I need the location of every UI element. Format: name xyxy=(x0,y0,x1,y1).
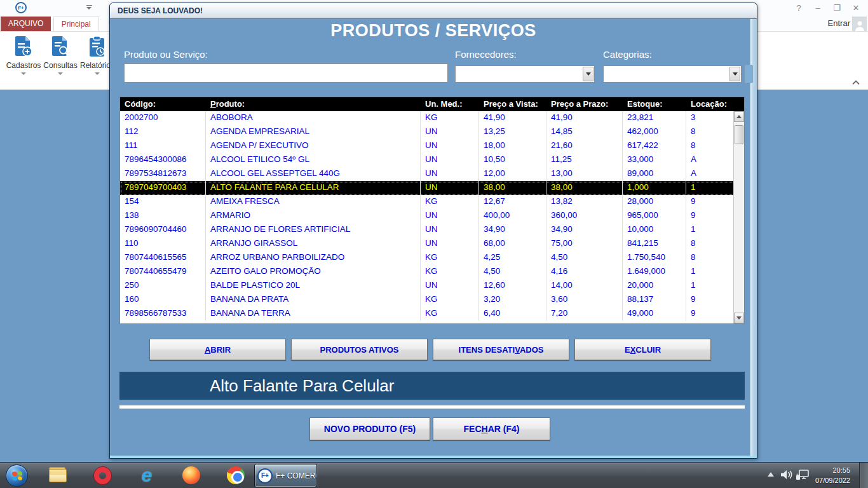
show-desktop-button[interactable] xyxy=(859,463,868,488)
internet-explorer-icon[interactable]: e xyxy=(137,466,156,485)
table-cell: 7898566787533 xyxy=(120,307,206,321)
table-cell: 41,90 xyxy=(546,111,623,125)
column-header[interactable]: Estoque: xyxy=(623,97,686,111)
table-cell: 4,50 xyxy=(479,265,546,279)
table-body: 2002700ABOBORAKG41,9041,9023,8213112AGEN… xyxy=(120,111,744,323)
categories-dropdown[interactable] xyxy=(603,65,742,83)
table-row[interactable]: 2002700ABOBORAKG41,9041,9023,8213 xyxy=(120,111,744,125)
excluir-button[interactable]: EXCLUIR xyxy=(574,339,711,360)
restore-button[interactable]: ❐ xyxy=(827,1,846,14)
column-header[interactable]: Produto: xyxy=(206,97,421,111)
table-row[interactable]: 110ARRANJO GIRASSOLUN68,0075,00841,2158 xyxy=(120,237,744,251)
abrir-button[interactable]: ABRIR xyxy=(149,339,286,360)
column-header[interactable]: Código: xyxy=(120,97,206,111)
produtos-ativos-button[interactable]: PRODUTOS ATIVOS xyxy=(291,339,428,360)
table-row[interactable]: 7807440615565ARROZ URBANO PARBOILIZADOKG… xyxy=(120,251,744,265)
table-cell: BANANA DA TERRA xyxy=(206,307,421,321)
opera-icon[interactable] xyxy=(93,466,112,485)
table-cell: 11,25 xyxy=(546,153,623,167)
decorative-strip xyxy=(745,65,753,83)
table-cell: 360,00 xyxy=(546,209,623,223)
table-row[interactable]: 138ARMARIOUN400,00360,00965,0009 xyxy=(120,209,744,223)
tab-principal[interactable]: Principal xyxy=(53,17,99,31)
table-cell: 34,90 xyxy=(479,223,546,237)
quick-access-toolbar-arrow-icon[interactable] xyxy=(85,4,93,11)
table-row[interactable]: 7896090704460ARRANJO DE FLORES ARTIFICIA… xyxy=(120,223,744,237)
itens-desativados-button[interactable]: ITENS DESATIVADOS xyxy=(433,339,569,360)
table-row[interactable]: 154AMEIXA FRESCAKG12,6713,8228,0009 xyxy=(120,195,744,209)
product-search-input[interactable] xyxy=(124,64,448,83)
scroll-up-icon[interactable] xyxy=(734,111,744,122)
products-window-titlebar[interactable]: DEUS SEJA LOUVADO! xyxy=(110,3,757,19)
table-cell: KG xyxy=(421,265,479,279)
help-button[interactable]: ? xyxy=(789,1,808,14)
show-hidden-icons-icon[interactable] xyxy=(768,472,774,477)
vertical-scrollbar[interactable] xyxy=(733,111,744,323)
column-header[interactable]: Preço a Prazo: xyxy=(546,97,623,111)
table-cell: 617,422 xyxy=(623,139,686,153)
chrome-icon[interactable] xyxy=(226,466,245,485)
scroll-down-icon[interactable] xyxy=(734,313,744,323)
table-cell: 400,00 xyxy=(479,209,546,223)
file-explorer-icon[interactable] xyxy=(48,466,67,485)
table-cell: AMEIXA FRESCA xyxy=(206,195,421,209)
bottom-button-row: NOVO PRODUTO (F5)FECHAR (F4) xyxy=(309,417,550,440)
scrollbar-thumb[interactable] xyxy=(735,125,743,144)
collapse-ribbon-icon[interactable] xyxy=(850,78,862,86)
table-cell: 4,16 xyxy=(546,265,623,279)
consultas-button[interactable]: Consultas xyxy=(42,36,79,75)
suppliers-dropdown[interactable] xyxy=(455,65,595,83)
windows-flag-icon xyxy=(12,471,22,480)
table-cell: 21,60 xyxy=(546,139,623,153)
table-cell: KG xyxy=(421,251,479,265)
table-row[interactable]: 111AGENDA P/ EXECUTIVOUN18,0021,60617,42… xyxy=(120,139,744,153)
table-row[interactable]: 7898566787533BANANA DA TERRAKG6,407,2049… xyxy=(120,307,744,321)
sign-in-link[interactable]: Entrar xyxy=(828,18,850,28)
column-header[interactable]: Locação: xyxy=(686,97,744,111)
table-cell: UN xyxy=(421,181,479,195)
close-button[interactable]: ✕ xyxy=(846,1,865,14)
table-cell: ARRANJO GIRASSOL xyxy=(206,237,421,251)
chevron-down-icon[interactable] xyxy=(95,72,100,75)
table-row[interactable]: 112AGENDA EMPRESARIALUN13,2514,85462,000… xyxy=(120,125,744,139)
table-row[interactable]: 250BALDE PLASTICO 20LUN12,6014,0020,0001 xyxy=(120,279,744,293)
dropdown-arrow-icon[interactable] xyxy=(729,67,740,81)
volume-icon[interactable] xyxy=(780,469,793,483)
table-row[interactable]: 7896454300086ALCOOL ETILICO 54º GLUN10,5… xyxy=(120,153,744,167)
table-row[interactable]: 7897534812673ALCOOL GEL ASSEPTGEL 440GUN… xyxy=(120,167,744,181)
table-row[interactable]: 7897049700403ALTO FALANTE PARA CELULARUN… xyxy=(120,181,744,195)
clock[interactable]: 20:55 07/09/2022 xyxy=(799,465,850,485)
table-cell: UN xyxy=(421,223,479,237)
table-cell: 38,00 xyxy=(546,181,623,195)
table-cell: 7897534812673 xyxy=(120,167,206,181)
tab-arquivo[interactable]: ARQUIVO xyxy=(1,17,51,31)
novo-produto-button[interactable]: NOVO PRODUTO (F5) xyxy=(309,417,430,440)
column-header[interactable]: Preço a Vista: xyxy=(479,97,546,111)
table-cell: 1.649,000 xyxy=(623,265,686,279)
dropdown-arrow-icon[interactable] xyxy=(583,67,593,81)
table-cell: 7897049700403 xyxy=(120,181,206,195)
firefox-icon[interactable] xyxy=(182,466,201,485)
table-cell: 34,90 xyxy=(546,223,623,237)
table-cell: UN xyxy=(421,139,479,153)
fechar-button[interactable]: FECHAR (F4) xyxy=(433,417,550,440)
table-row[interactable]: 160BANANA DA PRATAKG3,203,6088,1379 xyxy=(120,293,744,307)
minimize-button[interactable]: – xyxy=(808,1,827,14)
table-cell: 68,00 xyxy=(479,237,546,251)
start-button[interactable] xyxy=(6,464,28,487)
column-header[interactable]: Un. Med.: xyxy=(421,97,479,111)
table-cell: 7896454300086 xyxy=(120,153,206,167)
table-cell: 7896090704460 xyxy=(120,223,206,237)
table-cell: 965,000 xyxy=(623,209,686,223)
chevron-down-icon[interactable] xyxy=(21,72,26,75)
cadastros-button[interactable]: Cadastros xyxy=(5,36,42,75)
cadastros-label: Cadastros xyxy=(5,61,42,70)
app-logo-icon: F+ xyxy=(15,2,27,13)
chevron-down-icon[interactable] xyxy=(58,72,63,75)
table-cell: 20,000 xyxy=(623,279,686,293)
tray-time: 20:55 xyxy=(799,465,850,475)
user-avatar-icon[interactable] xyxy=(852,17,867,31)
active-task-button[interactable]: F+ F+ COMERCIAL - ... xyxy=(254,464,317,487)
table-cell: 12,67 xyxy=(479,195,546,209)
table-row[interactable]: 7807440655479AZEITO GALO PROMOÇÃOKG4,504… xyxy=(120,265,744,279)
